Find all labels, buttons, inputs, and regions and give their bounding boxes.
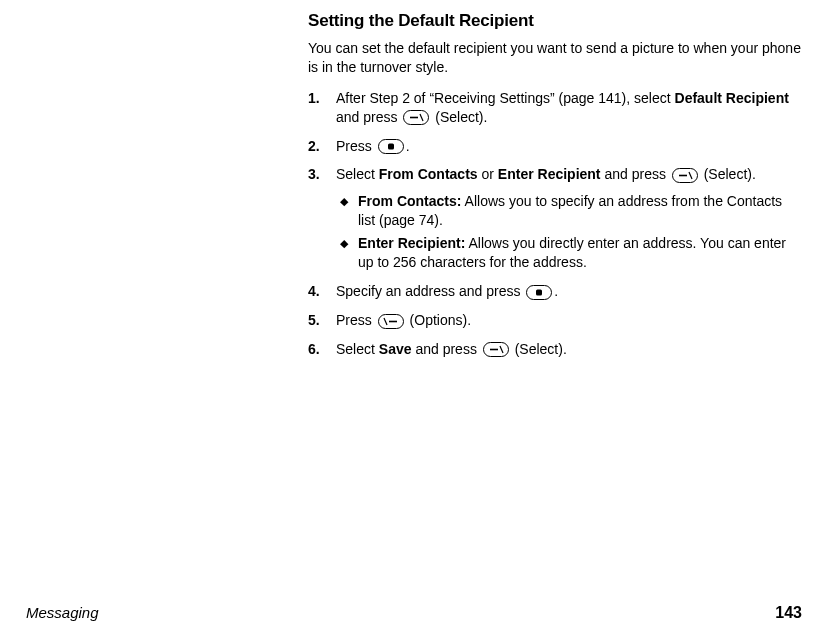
diamond-bullet-icon: ◆ — [340, 236, 348, 251]
step-bold: Default Recipient — [675, 90, 789, 106]
step-text: (Select). — [511, 341, 567, 357]
sub-item: ◆ Enter Recipient: Allows you directly e… — [340, 234, 802, 272]
step-number: 6. — [308, 340, 320, 359]
softkey-right-icon — [378, 314, 404, 329]
step-text: Select — [336, 166, 379, 182]
step-text: After Step 2 of “Receiving Settings” (pa… — [336, 90, 675, 106]
step-1: 1. After Step 2 of “Receiving Settings” … — [308, 89, 802, 127]
svg-rect-4 — [388, 144, 394, 150]
center-key-icon — [378, 139, 404, 154]
step-6: 6. Select Save and press (Select). — [308, 340, 802, 359]
step-4: 4. Specify an address and press . — [308, 282, 802, 301]
steps-list: 1. After Step 2 of “Receiving Settings” … — [308, 89, 802, 359]
intro-paragraph: You can set the default recipient you wa… — [308, 39, 802, 77]
document-page: Setting the Default Recipient You can se… — [0, 0, 828, 638]
step-number: 1. — [308, 89, 320, 108]
step-bold: From Contacts — [379, 166, 478, 182]
step-bold: Save — [379, 341, 412, 357]
step-2: 2. Press . — [308, 137, 802, 156]
step-text: . — [554, 283, 558, 299]
step-number: 4. — [308, 282, 320, 301]
page-footer: Messaging 143 — [26, 602, 802, 624]
step-text: . — [406, 138, 410, 154]
footer-category: Messaging — [26, 603, 99, 623]
sub-bold: From Contacts: — [358, 193, 461, 209]
step-bold: Enter Recipient — [498, 166, 601, 182]
step-text: and press — [601, 166, 670, 182]
step-number: 3. — [308, 165, 320, 184]
step-text: Press — [336, 138, 376, 154]
step-text: Press — [336, 312, 376, 328]
sub-item: ◆ From Contacts: Allows you to specify a… — [340, 192, 802, 230]
step-text: Select — [336, 341, 379, 357]
step-text: Specify an address and press — [336, 283, 524, 299]
softkey-left-icon — [672, 168, 698, 183]
step-text: (Options). — [406, 312, 471, 328]
content-column: Setting the Default Recipient You can se… — [308, 10, 802, 359]
sub-bold: Enter Recipient: — [358, 235, 465, 251]
step-5: 5. Press (Options). — [308, 311, 802, 330]
svg-rect-9 — [536, 289, 542, 295]
footer-page-number: 143 — [775, 602, 802, 624]
step-text: or — [478, 166, 498, 182]
step-text: (Select). — [431, 109, 487, 125]
step-text: and press — [412, 341, 481, 357]
sub-list: ◆ From Contacts: Allows you to specify a… — [336, 192, 802, 272]
softkey-left-icon — [483, 342, 509, 357]
section-title: Setting the Default Recipient — [308, 10, 802, 33]
center-key-icon — [526, 285, 552, 300]
softkey-left-icon — [403, 110, 429, 125]
step-number: 2. — [308, 137, 320, 156]
step-3: 3. Select From Contacts or Enter Recipie… — [308, 165, 802, 271]
step-text: and press — [336, 109, 401, 125]
step-number: 5. — [308, 311, 320, 330]
diamond-bullet-icon: ◆ — [340, 194, 348, 209]
step-text: (Select). — [700, 166, 756, 182]
